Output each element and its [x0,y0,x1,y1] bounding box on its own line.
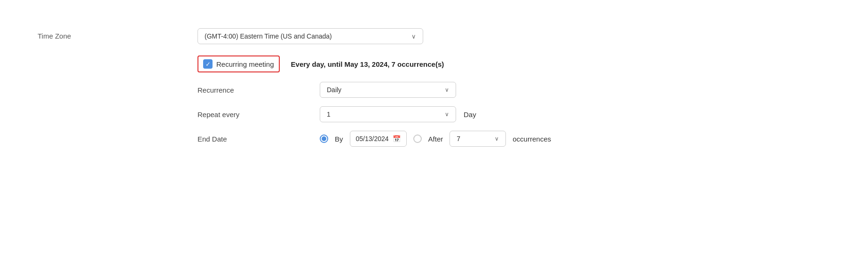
timezone-value: (GMT-4:00) Eastern Time (US and Canada) [205,32,332,40]
recurrence-value: Daily [327,86,341,94]
recurrence-row: Recurrence Daily ∨ [197,82,830,98]
recurring-label: Recurring meeting [216,60,274,68]
end-date-content: By 05/13/2024 📅 After 7 ∨ oc [320,131,551,147]
timezone-chevron-icon: ∨ [411,33,416,40]
recurrence-summary: Every day, until May 13, 2024, 7 occurre… [291,60,444,68]
end-date-row: End Date By 05/13/2024 📅 After [197,131,830,147]
repeat-every-unit: Day [464,111,476,119]
timezone-content: (GMT-4:00) Eastern Time (US and Canada) … [197,28,830,147]
timezone-label: Time Zone [38,28,197,40]
recurrence-sub-form: Recurrence Daily ∨ Repeat every 1 [197,82,830,147]
recurrence-dropdown[interactable]: Daily ∨ [320,82,456,98]
recurrence-content: Daily ∨ [320,82,456,98]
after-chevron-icon: ∨ [495,135,499,142]
repeat-every-content: 1 ∨ Day [320,106,476,122]
by-radio[interactable] [320,134,328,143]
timezone-dropdown[interactable]: (GMT-4:00) Eastern Time (US and Canada) … [197,28,423,44]
by-label: By [335,135,343,143]
after-label: After [428,135,443,143]
calendar-icon: 📅 [393,135,401,142]
repeat-every-row: Repeat every 1 ∨ Day [197,106,830,122]
end-date-input[interactable]: 05/13/2024 📅 [350,131,407,147]
end-date-value: 05/13/2024 [356,135,389,142]
recurrence-chevron-icon: ∨ [445,87,449,93]
page-container: Time Zone (GMT-4:00) Eastern Time (US an… [0,0,868,253]
repeat-every-chevron-icon: ∨ [445,111,449,118]
after-dropdown[interactable]: 7 ∨ [450,131,506,147]
repeat-every-dropdown[interactable]: 1 ∨ [320,106,456,122]
recurrence-label: Recurrence [197,86,320,94]
after-radio[interactable] [413,134,422,143]
occurrences-label: occurrences [513,135,551,143]
after-value: 7 [457,135,460,142]
repeat-every-label: Repeat every [197,111,320,119]
recurring-checkbox-icon[interactable]: ✓ [203,59,213,69]
repeat-every-value: 1 [327,111,331,118]
timezone-row: Time Zone (GMT-4:00) Eastern Time (US an… [38,28,830,147]
recurring-row: ✓ Recurring meeting Every day, until May… [197,55,830,72]
end-date-label: End Date [197,135,320,143]
recurring-checkbox-wrapper[interactable]: ✓ Recurring meeting [197,55,280,72]
